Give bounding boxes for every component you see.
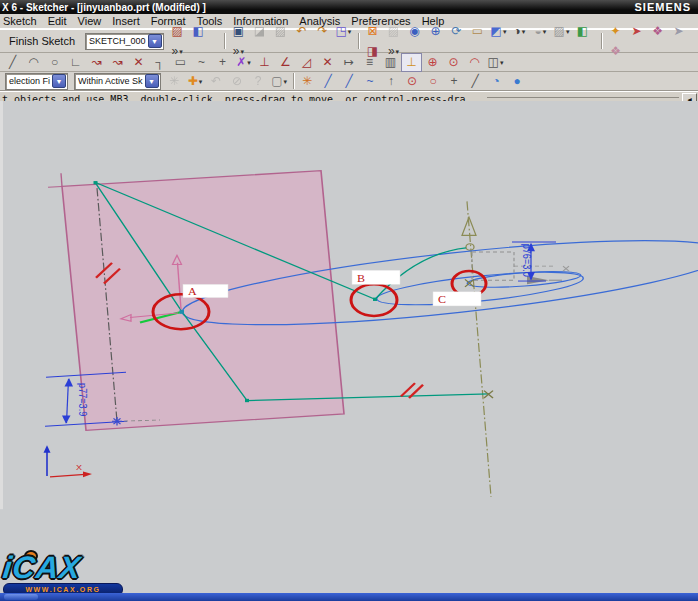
nx-sketcher-window: X 6 - Sketcher - [jinyuanbao.prt (Modifi… xyxy=(0,0,698,601)
render-style-icon[interactable]: ◑▾ xyxy=(509,22,530,41)
select-arrow-icon[interactable]: ➤ xyxy=(668,22,689,41)
point-tool-icon[interactable]: ✕ xyxy=(128,53,149,72)
background-icon[interactable]: ▨▾ xyxy=(551,22,572,41)
menu-edit[interactable]: Edit xyxy=(48,15,67,27)
cloud-icon[interactable]: ◠ xyxy=(464,53,485,72)
fit-view-icon[interactable]: ⊠ xyxy=(362,22,383,41)
rectangle-tool-icon[interactable]: ▭ xyxy=(170,53,191,72)
line-tool-icon[interactable]: ╱ xyxy=(2,53,23,72)
annotation-label-b: B xyxy=(352,270,400,284)
menu-sketch[interactable]: Sketch xyxy=(3,15,37,27)
pattern-curve-icon[interactable]: ▥ xyxy=(380,53,401,72)
sketch-canvas[interactable]: p76=3.0 p77=3.9 A xyxy=(0,101,698,593)
point-on-curve-icon[interactable]: ╱ xyxy=(465,72,486,91)
rotate-view-icon[interactable]: ⟳ xyxy=(446,22,467,41)
quick-trim-icon[interactable]: ✗▾ xyxy=(233,53,254,72)
dimension-icon[interactable]: ◿ xyxy=(296,53,317,72)
angle-constraint-icon[interactable]: ∠ xyxy=(275,53,296,72)
chevron-down-icon[interactable]: ▼ xyxy=(145,74,159,88)
arc-center-icon[interactable]: ⊙ xyxy=(402,72,423,91)
chevron-down-icon[interactable]: ▼ xyxy=(148,34,162,48)
graphics-window[interactable]: p76=3.0 p77=3.9 A xyxy=(0,101,698,593)
vertex-point[interactable] xyxy=(94,181,98,184)
undo-icon[interactable]: ↶ xyxy=(291,22,312,41)
control-point-icon[interactable]: ~ xyxy=(360,72,381,91)
snap-point-icon[interactable]: ✳ xyxy=(297,72,318,91)
fillet-tool-icon[interactable]: ┐ xyxy=(149,53,170,72)
dimension-p76-text: p76=3.0 xyxy=(521,244,533,278)
quadrant-point-icon[interactable]: ○ xyxy=(423,72,444,91)
point-on-surface-icon[interactable]: ◔ xyxy=(486,72,507,91)
pointer-flag-icon[interactable]: ➤ xyxy=(626,22,647,41)
shaded-view-icon[interactable]: ◩▾ xyxy=(488,22,509,41)
studio-spline-icon[interactable]: ↝ xyxy=(86,53,107,72)
face-view-icon[interactable]: ◒▾ xyxy=(530,22,551,41)
add-point-icon[interactable]: ⊕ xyxy=(422,53,443,72)
vertex-point-b[interactable] xyxy=(373,298,377,301)
command-finder-icon[interactable]: ◳▾ xyxy=(333,22,354,41)
back-selection-icon[interactable]: ↶ xyxy=(206,72,227,91)
end-point-icon[interactable]: ╱ xyxy=(318,72,339,91)
svg-text:C: C xyxy=(438,294,446,305)
window-title: X 6 - Sketcher - [jinyuanbao.prt (Modifi… xyxy=(2,2,206,13)
cut-icon[interactable]: ◪ xyxy=(249,22,270,41)
snapshot-icon[interactable]: ✳ xyxy=(164,72,185,91)
circle-tool-icon[interactable]: ○ xyxy=(44,53,65,72)
existing-point-icon[interactable]: + xyxy=(444,72,465,91)
offset-curve-icon[interactable]: ≡ xyxy=(359,53,380,72)
zoom-in-out-icon[interactable]: ⊕ xyxy=(425,22,446,41)
zoom-window-icon[interactable]: ◉ xyxy=(404,22,425,41)
extend-icon[interactable]: ↦ xyxy=(338,53,359,72)
dimension-p77-text: p77=3.9 xyxy=(77,383,89,417)
menu-insert[interactable]: Insert xyxy=(112,15,140,27)
icax-logo: iCAX WWW.ICAX.ORG xyxy=(3,553,143,596)
inferred-constraints-icon[interactable]: ⊥ xyxy=(401,53,422,72)
rotate-arrow-icon[interactable]: ❖ xyxy=(605,42,626,61)
finish-sketch-button[interactable]: Finish Sketch xyxy=(2,33,82,49)
trim-icon[interactable]: ✕ xyxy=(317,53,338,72)
start-button[interactable] xyxy=(4,594,38,600)
point-plus-icon[interactable]: + xyxy=(212,53,233,72)
vertex-point[interactable] xyxy=(245,399,249,402)
selection-filter-combo[interactable]: election Fi ▼ xyxy=(5,73,68,90)
orient-view-left-icon[interactable]: ◧ xyxy=(572,22,593,41)
key-icon[interactable]: ✦ xyxy=(605,22,626,41)
mid-point-icon[interactable]: ╱ xyxy=(339,72,360,91)
os-taskbar[interactable] xyxy=(0,593,698,601)
siemens-logo: SIEMENS xyxy=(634,1,691,13)
update-display-icon[interactable]: ▨ xyxy=(383,22,404,41)
svg-text:A: A xyxy=(188,286,197,297)
profile-tool-icon[interactable]: ∟ xyxy=(65,53,86,72)
annotation-label-c: C xyxy=(433,292,481,306)
sketch-name-combo[interactable]: SKETCH_000 ▼ xyxy=(85,33,164,50)
redo-icon[interactable]: ↷ xyxy=(312,22,333,41)
copy-icon[interactable]: ▨ xyxy=(270,22,291,41)
selection-scope-combo[interactable]: Within Active Sk ▼ xyxy=(74,73,161,90)
mirror-curve-icon[interactable]: ◫▾ xyxy=(485,53,506,72)
display-sketch-icon[interactable]: ▨ xyxy=(167,22,188,41)
rectangle-select-icon[interactable]: ▢▾ xyxy=(269,72,290,91)
menu-view[interactable]: View xyxy=(78,15,102,27)
toolbar-separator xyxy=(358,33,359,49)
arc-tool-icon[interactable]: ◠ xyxy=(23,53,44,72)
artistic-spline-icon[interactable]: ~ xyxy=(191,53,212,72)
origin-point[interactable] xyxy=(180,310,185,314)
sketch-task-icon[interactable]: ◧ xyxy=(188,22,209,41)
help-select-icon[interactable]: ? xyxy=(248,72,269,91)
chevron-down-icon[interactable]: ▼ xyxy=(52,74,66,88)
edge-overshoot xyxy=(61,173,62,186)
intersection-point-icon[interactable]: ↑ xyxy=(381,72,402,91)
show-image-icon[interactable]: ▭ xyxy=(467,22,488,41)
highlight-add-icon[interactable]: ✚▾ xyxy=(185,72,206,91)
toolbar-separator xyxy=(293,73,294,89)
sphere-icon[interactable]: ● xyxy=(507,72,528,91)
toolbar-separator xyxy=(601,33,602,49)
no-selection-icon[interactable]: ⊘ xyxy=(227,72,248,91)
selection-filter-value: election Fi xyxy=(9,76,50,86)
spline-point-icon[interactable]: ↝ xyxy=(107,53,128,72)
main-toolbar: Finish Sketch SKETCH_000 ▼ ▨◧»▾ ▣◪▨↶↷◳▾»… xyxy=(0,29,698,53)
perpendicular-constraint-icon[interactable]: ⊥ xyxy=(254,53,275,72)
save-icon[interactable]: ▣ xyxy=(228,22,249,41)
animate-dimension-icon[interactable]: ⊙ xyxy=(443,53,464,72)
orbit-point-icon[interactable]: ❖ xyxy=(647,22,668,41)
